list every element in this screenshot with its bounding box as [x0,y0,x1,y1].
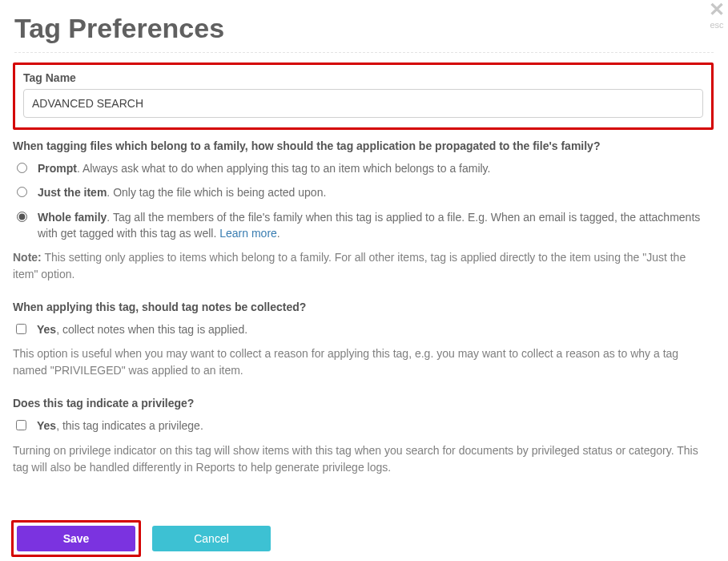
tag-name-input[interactable] [23,89,703,118]
notes-question: When applying this tag, should tag notes… [13,301,714,313]
learn-more-link[interactable]: Learn more [219,227,277,240]
privilege-checkbox[interactable] [16,420,26,430]
radio-just-item[interactable] [17,187,27,197]
radio-prompt[interactable] [17,163,27,173]
modal-body-scroll[interactable]: Tag Name When tagging files which belong… [13,63,718,515]
just-item-desc: . Only tag the file which is being acted… [107,186,326,199]
privilege-question: Does this tag indicate a privilege? [13,397,714,410]
notes-helper: This option is useful when you may want … [13,345,714,379]
radio-whole-family[interactable] [17,212,27,222]
note-body: This setting only applies to items which… [13,251,686,280]
header-divider [14,52,714,53]
notes-checkbox-title: Yes [37,323,56,336]
cancel-button[interactable]: Cancel [152,526,271,551]
notes-checkbox-desc: , collect notes when this tag is applied… [56,323,247,336]
close-control[interactable]: ✕ esc [709,0,725,30]
just-item-title: Just the item [38,186,107,199]
note-prefix: Note: [13,251,42,264]
privilege-checkbox-row[interactable]: Yes, this tag indicates a privilege. [13,418,714,434]
tag-name-label: Tag Name [23,71,703,84]
save-button-highlight: Save [11,520,141,557]
tag-name-highlight: Tag Name [13,63,714,130]
modal-footer: Save Cancel [0,516,728,561]
propagation-note: Note: This setting only applies to items… [13,249,714,283]
tag-preferences-modal: ✕ esc Tag Preferences Tag Name When tagg… [0,0,728,561]
close-icon[interactable]: ✕ [709,0,725,19]
modal-title: Tag Preferences [0,0,728,52]
whole-family-desc: . Tag all the members of the file's fami… [38,211,700,240]
privilege-checkbox-desc: , this tag indicates a privilege. [56,419,203,432]
notes-checkbox-row[interactable]: Yes, collect notes when this tag is appl… [13,321,714,337]
prompt-desc: . Always ask what to do when applying th… [77,162,490,175]
privilege-helper: Turning on privilege indicator on this t… [13,442,714,476]
close-esc-label: esc [709,21,725,30]
propagation-option-whole-family[interactable]: Whole family. Tag all the members of the… [13,209,714,242]
privilege-checkbox-title: Yes [37,419,56,432]
whole-family-title: Whole family [38,211,107,224]
propagation-option-prompt[interactable]: Prompt. Always ask what to do when apply… [13,160,714,176]
propagation-question: When tagging files which belong to a fam… [13,139,714,152]
save-button[interactable]: Save [17,526,135,551]
propagation-option-just-item[interactable]: Just the item. Only tag the file which i… [13,184,714,200]
prompt-title: Prompt [38,162,77,175]
notes-checkbox[interactable] [16,324,26,334]
